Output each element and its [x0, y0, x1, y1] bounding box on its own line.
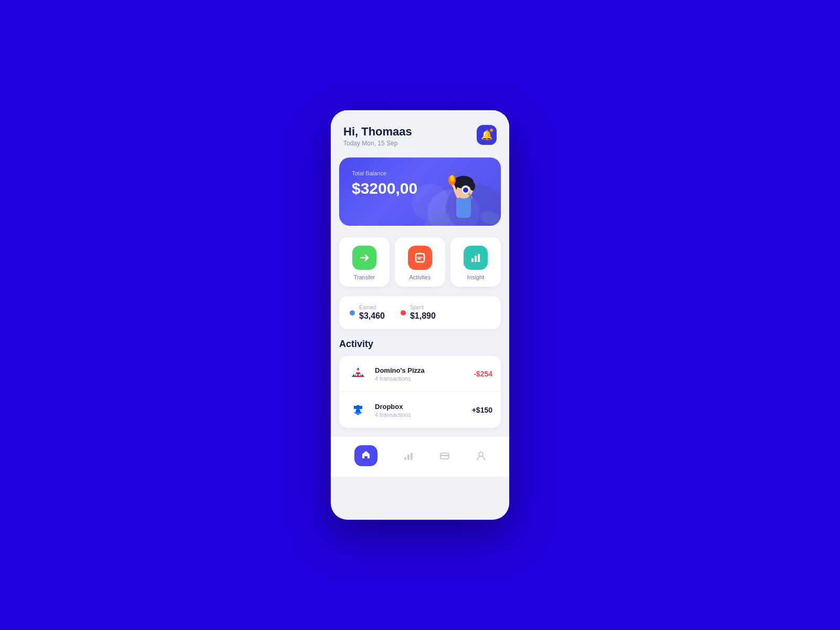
- svg-rect-18: [475, 256, 477, 262]
- activites-action[interactable]: Activites: [395, 237, 445, 287]
- earned-value: $3,460: [359, 311, 385, 321]
- svg-rect-38: [440, 455, 449, 456]
- svg-point-39: [479, 452, 483, 456]
- bottom-nav: [331, 436, 509, 477]
- svg-point-24: [355, 374, 358, 376]
- transfer-icon: [352, 246, 376, 270]
- spent-stat: Spent $1,890: [401, 304, 436, 321]
- dropbox-info: Dropbox 4 transactions: [375, 403, 466, 418]
- dropbox-logo: [348, 400, 369, 421]
- svg-point-25: [359, 374, 361, 376]
- svg-rect-35: [407, 455, 410, 460]
- earned-label: Earned: [359, 304, 385, 310]
- notification-button[interactable]: 🔔: [477, 125, 497, 145]
- dropbox-name: Dropbox: [375, 403, 466, 411]
- balance-card[interactable]: Total Balance $3200,00: [339, 158, 501, 226]
- notification-dot: [489, 128, 494, 132]
- svg-rect-1: [456, 197, 471, 218]
- dropbox-amount: +$150: [472, 406, 492, 414]
- dominos-transactions: 4 transactions: [375, 375, 467, 382]
- phone-container: Hi, Thomaas Today Mon, 15 Sep 🔔 Total Ba…: [331, 110, 509, 520]
- transfer-label: Transfer: [354, 274, 375, 280]
- activity-section: Activity: [339, 339, 501, 428]
- insight-action[interactable]: Insight: [450, 237, 501, 287]
- activites-label: Activites: [410, 274, 431, 280]
- card-illustration: [422, 160, 501, 226]
- activity-item-dropbox[interactable]: Dropbox 4 transactions +$150: [339, 392, 501, 428]
- svg-point-5: [470, 182, 475, 191]
- transfer-action[interactable]: Transfer: [339, 237, 390, 287]
- svg-rect-33: [356, 410, 360, 413]
- earned-stat: Earned $3,460: [350, 304, 385, 321]
- svg-rect-31: [354, 406, 358, 409]
- dominos-info: Domino's Pizza 4 transactions: [375, 366, 467, 382]
- insight-label: Insight: [467, 274, 484, 280]
- activity-title: Activity: [339, 339, 501, 350]
- spent-label: Spent: [410, 304, 436, 310]
- greeting-date: Today Mon, 15 Sep: [343, 140, 412, 147]
- spent-dot: [401, 310, 406, 316]
- nav-item-home[interactable]: [349, 443, 383, 468]
- dominos-logo: [348, 363, 369, 384]
- svg-point-8: [464, 188, 467, 192]
- activity-list: Domino's Pizza 4 transactions -$254: [339, 356, 501, 428]
- dominos-name: Domino's Pizza: [375, 366, 467, 374]
- header: Hi, Thomaas Today Mon, 15 Sep 🔔: [331, 110, 509, 153]
- quick-actions: Transfer Activites Insight: [339, 237, 501, 287]
- insight-icon: [464, 246, 488, 270]
- stats-card: Earned $3,460 Spent $1,890: [339, 296, 501, 329]
- svg-point-26: [357, 371, 359, 373]
- dropbox-transactions: 4 transactions: [375, 412, 466, 418]
- activites-icon: [408, 246, 432, 270]
- svg-rect-34: [404, 457, 406, 460]
- earned-dot: [350, 310, 355, 316]
- svg-rect-19: [478, 254, 480, 262]
- dominos-amount: -$254: [474, 370, 492, 378]
- svg-rect-17: [471, 258, 474, 262]
- activity-item-dominos[interactable]: Domino's Pizza 4 transactions -$254: [339, 356, 501, 392]
- svg-rect-32: [359, 406, 362, 409]
- greeting-name: Hi, Thomaas: [343, 125, 412, 139]
- nav-item-profile[interactable]: [470, 448, 491, 463]
- nav-item-stats[interactable]: [398, 448, 419, 463]
- nav-item-cards[interactable]: [434, 448, 455, 463]
- greeting-section: Hi, Thomaas Today Mon, 15 Sep: [343, 125, 412, 147]
- spent-value: $1,890: [410, 311, 436, 321]
- svg-point-13: [450, 175, 454, 182]
- svg-rect-36: [411, 453, 413, 460]
